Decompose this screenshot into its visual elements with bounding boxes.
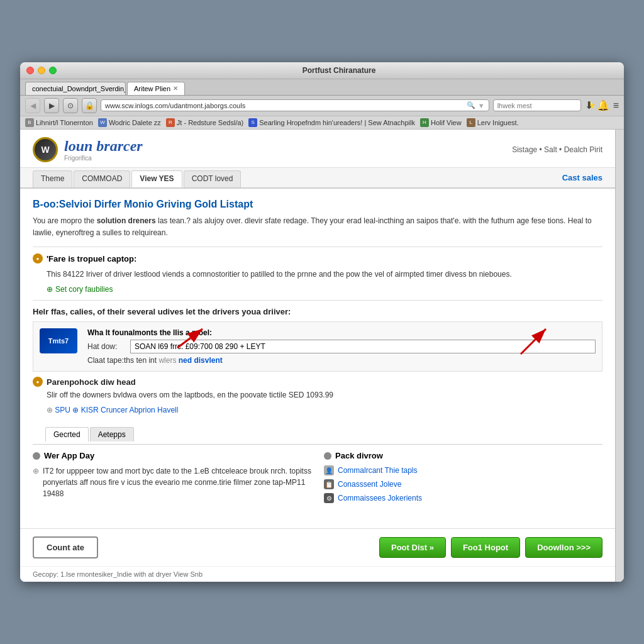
col2-link-2-icon: 📋 (324, 479, 334, 489)
driver-note-link[interactable]: ned disvlent (179, 356, 223, 365)
bookmark-1[interactable]: B Lihnirt/l Tlonernton (25, 118, 93, 127)
col1-icon: ⊕ (33, 467, 39, 475)
section1-bullet-icon: ● (33, 253, 43, 264)
nav-tabs-left: Theme COMMOAD View YES CODT loved (33, 170, 241, 187)
bookmark-3-icon: R (166, 118, 175, 127)
bookmark-6-icon: L (467, 118, 475, 127)
section3-link-area: ⊕ SPU ⊕ KISR Cruncer Abprion Havell (47, 406, 602, 414)
bookmark-4-icon: S (248, 118, 257, 127)
section3-text: Slir off the downers bvldwa overs om the… (47, 389, 602, 401)
bookmark-5-label: Holif View (431, 119, 462, 126)
section3-link-prefix: ⊕ (47, 406, 55, 414)
col2: Pack divrow 👤 Commalrcant Thie tapls 📋 C… (324, 451, 602, 507)
toolbar-alert-icon[interactable]: 🔔 (597, 99, 609, 111)
bookmark-5-icon: H (420, 118, 429, 127)
col2-link-2-label: Conasssent Joleve (338, 480, 401, 489)
bottom-tab-aetepps[interactable]: Aetepps (90, 427, 134, 441)
tab-codtloved-label: CODT loved (192, 174, 233, 183)
driver-box-container: Tmts7 Wha lt founalmonts the llis a moel… (33, 321, 602, 372)
driver-note-middle: wlers (158, 356, 178, 365)
bottom-tab-gecrted[interactable]: Gecrted (45, 427, 89, 441)
tab-theme[interactable]: Theme (33, 170, 72, 187)
intro-text: You are mopro the solution dreners las t… (33, 215, 602, 239)
tab-viewyes[interactable]: View YES (131, 170, 182, 187)
section3-header: ● Parenpohock diw head (33, 377, 602, 387)
col1-title-text: Wer App Day (44, 451, 94, 460)
driver-info: Wha lt founalmonts the llis a moel: Hat … (87, 328, 596, 365)
logo-subtitle: Frigorifica (64, 155, 143, 162)
cast-sales-link[interactable]: Cast sales (562, 173, 602, 185)
tab-theme-label: Theme (41, 174, 64, 183)
bookmark-3[interactable]: R Jt - Redsture Sedsl/a) (166, 118, 243, 127)
col2-dot (324, 452, 331, 460)
nav-tabs: Theme COMMOAD View YES CODT loved Cast s… (20, 168, 615, 189)
url-input[interactable] (105, 102, 464, 109)
bookmark-2[interactable]: W Wodric Dalete zz (98, 118, 161, 127)
bottom-tab-gecrted-label: Gecrted (53, 430, 80, 439)
maximize-button[interactable] (49, 67, 57, 74)
url-search-icon: 🔍 (467, 101, 475, 109)
tab-1-label: conectuial_Downdprt_Sverdin_Gold Appzy (32, 85, 126, 92)
history-button[interactable]: ⊙ (63, 98, 78, 113)
poot-dist-button[interactable]: Poot Dist » (379, 537, 446, 558)
driver-info-title: Wha lt founalmonts the llis a moel: (87, 328, 596, 337)
logo-badge: W (33, 137, 58, 162)
driver-logo-text: Tmts7 (48, 337, 69, 345)
toolbar-hamburger-icon[interactable]: ≡ (613, 100, 619, 111)
logo-badge-text: W (41, 145, 49, 155)
minimize-button[interactable] (38, 67, 45, 74)
two-col-section: Wer App Day ⊕ IT2 for upppeer tow and mo… (33, 451, 602, 507)
bookmark-4-label: Searling Hropefndm hin'ureaders! | Sew A… (259, 119, 415, 126)
col1-title: Wer App Day (33, 451, 311, 460)
doowllon-button[interactable]: Doowllon >>> (525, 537, 602, 558)
bookmark-6-label: Lerv Iniguest. (477, 119, 519, 126)
toolbar: ◀ ▶ ⊙ 🔒 🔍 ▼ ⭐ 📍 ⬇ 🔔 ≡ (20, 96, 624, 116)
col2-link-3[interactable]: ⚙ Commaissees Jokerients (324, 493, 602, 503)
section1-link[interactable]: Set cory faubilies (47, 285, 602, 294)
header-links: Sistage • Salt • Dealch Pirit (512, 145, 602, 154)
bookmark-4[interactable]: S Searling Hropefndm hin'ureaders! | Sew… (248, 118, 415, 127)
toolbar-menu-icon[interactable]: ⬇ (585, 99, 593, 111)
tab-close-icon[interactable]: ✕ (173, 85, 178, 92)
driver-label: Hat dow: (87, 342, 125, 351)
foo1-hopot-button[interactable]: Foo1 Hopot (451, 537, 520, 558)
divider-2 (33, 300, 602, 301)
url-bar[interactable]: 🔍 ▼ (101, 99, 489, 111)
scrollbar[interactable] (615, 130, 624, 582)
col2-link-3-icon: ⚙ (324, 493, 334, 503)
poot-dist-label: Poot Dist » (391, 543, 434, 552)
logo-text: loun brarcer (64, 138, 143, 155)
tab-viewyes-label: View YES (140, 174, 174, 183)
col2-link-2[interactable]: 📋 Conasssent Joleve (324, 479, 602, 489)
logo-area: W loun brarcer Frigorifica (33, 137, 143, 162)
section1-link-text: Set cory faubilies (55, 285, 113, 294)
browser-tab-1[interactable]: conectuial_Downdprt_Sverdin_Gold Appzy (25, 82, 126, 95)
driver-input[interactable] (130, 340, 596, 353)
bookmark-5[interactable]: H Holif View (420, 118, 462, 127)
url-dropdown-icon[interactable]: ▼ (478, 102, 485, 109)
search-bar[interactable]: ⭐ 📍 (493, 99, 581, 111)
bookmark-6[interactable]: L Lerv Iniguest. (467, 118, 519, 127)
tab-commoad[interactable]: COMMOAD (74, 170, 130, 187)
bookmark-button[interactable]: 🔒 (82, 98, 97, 113)
tab-codtloved[interactable]: CODT loved (184, 170, 242, 187)
count-ate-button[interactable]: Count ate (33, 536, 98, 558)
section3-link[interactable]: SPU ⊕ KISR Cruncer Abprion Havell (55, 406, 178, 414)
bookmark-3-label: Jt - Redsture Sedsl/a) (177, 119, 243, 126)
search-input[interactable] (497, 102, 584, 109)
col1-dot (33, 452, 40, 460)
driver-note: Claat tape:ths ten int wlers ned disvlen… (87, 356, 596, 365)
tab-commoad-label: COMMOAD (82, 174, 122, 183)
forward-button[interactable]: ▶ (44, 98, 59, 113)
col1-content: ⊕ IT2 for upppeer tow and mort byc date … (33, 465, 311, 503)
bookmark-2-icon: W (98, 118, 107, 127)
section1-title-text: 'Fare is tropuel captop: (47, 254, 136, 264)
browser-tab-2[interactable]: Aritew Plien ✕ (127, 82, 185, 95)
col2-link-1[interactable]: 👤 Commalrcant Thie tapls (324, 465, 602, 475)
action-bar: Count ate Poot Dist » Foo1 Hopot Doowllo… (20, 528, 615, 566)
col1-text: IT2 for upppeer tow and mort byc date to… (43, 465, 311, 499)
close-button[interactable] (26, 67, 34, 74)
section3-title: Parenpohock diw head (47, 377, 136, 387)
back-button[interactable]: ◀ (25, 98, 40, 113)
col2-title-text: Pack divrow (335, 451, 383, 460)
